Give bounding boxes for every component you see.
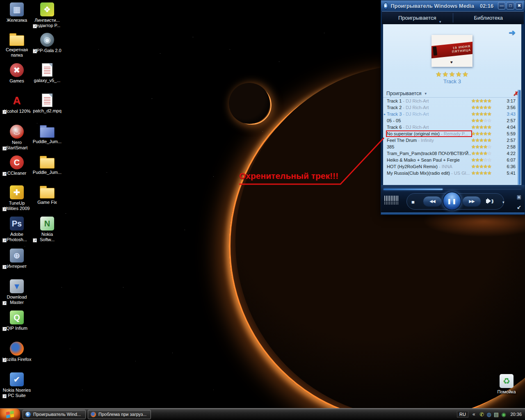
shortcut-arrow-icon: ↗	[33, 238, 37, 242]
track-rating-stars[interactable]: ★★★★★	[471, 98, 499, 104]
playlist-row[interactable]: No superstar (original mix) - Remady P..…	[383, 130, 521, 137]
playlist-row[interactable]: Track 1 - DJ Rich-Art★★★★★3:17	[383, 98, 521, 104]
star-icon: ★	[442, 71, 449, 78]
track-rating-stars[interactable]: ★★★★★	[471, 144, 499, 150]
playlist-row[interactable]: Feel The Drum - Infinity★★★★★2:57	[383, 137, 521, 144]
hidden-icons-chevron[interactable]: «	[472, 411, 475, 417]
document-tray-icon[interactable]: ▤	[494, 411, 499, 418]
playlist-row[interactable]: ▸Track 3 - DJ Rich-Art★★★★★3:43	[383, 111, 521, 117]
resize-handle[interactable]: ↙	[517, 204, 521, 210]
desktop-icon-nokia-nseries[interactable]: ✔↗Nokia Nseries PC Suite	[2, 372, 32, 398]
track-rating-stars[interactable]: ★★★★★	[471, 131, 499, 137]
desktop-icon-puddle-jum-yellow[interactable]: Puddle_Jum...	[32, 155, 62, 175]
star-icon: ★	[487, 98, 491, 104]
language-indicator[interactable]: RU	[457, 411, 468, 418]
desktop-icon-adobe-photoshop[interactable]: Ps↗Adobe Photosh...	[2, 217, 32, 242]
desktop-icon-game-fix[interactable]: Game Fix	[32, 185, 62, 205]
moon	[229, 83, 270, 124]
desktop-icon-puddle-jum-blue[interactable]: Puddle_Jum...	[32, 125, 62, 144]
playlist-dropdown-icon[interactable]: ▾	[425, 91, 427, 96]
desktop-icon-internet[interactable]: ⊕↗Интернет	[2, 249, 32, 269]
switch-skin-button[interactable]: ▣	[517, 194, 521, 200]
track-rating-stars[interactable]: ★★★★★	[471, 118, 499, 123]
desktop-icon-nokia-software[interactable]: N↗Nokia Softw...	[32, 217, 62, 242]
playlist-row[interactable]: My Russia(Club Mix)(radio edit) - US Gl.…	[383, 170, 521, 176]
track-rating-stars[interactable]: ★★★★★	[471, 151, 499, 156]
pause-button[interactable]: ❚❚	[443, 192, 461, 210]
globe-tray-icon[interactable]: ◍	[486, 411, 491, 418]
desktop-icon-mpp-gala[interactable]: ◉↗MPP-Gala 2.0	[32, 33, 62, 53]
desktop-icon-ccleaner[interactable]: C↗CCleaner	[2, 155, 32, 176]
track-rating-stars[interactable]: ★★★★★	[471, 137, 499, 143]
track-title: Track 6 - DJ Rich-Art	[387, 125, 471, 130]
desktop-icon-galaxy-doc[interactable]: galaxy_v5_...	[32, 63, 62, 83]
playlist-row[interactable]: HOT (Hy2RoGeN Remix) - INNA★★★★★6:36	[383, 163, 521, 170]
star-icon: ★	[487, 157, 491, 163]
stop-button[interactable]: ■	[411, 199, 415, 205]
previous-button[interactable]: ◀◀	[423, 196, 442, 207]
playlist: Track 1 - DJ Rich-Art★★★★★3:17Track 2 - …	[383, 98, 521, 176]
desktop-icon-mozilla-firefox[interactable]: ↗Mozilla Firefox	[2, 342, 32, 362]
star-icon: ★	[471, 157, 475, 163]
forward-arrow-icon[interactable]: ➔	[509, 27, 516, 37]
taskbar-clock[interactable]: 20:36	[510, 412, 522, 417]
taskbar-button-wmp[interactable]: ▶ Проигрыватель Wind...	[23, 410, 86, 419]
minimize-button[interactable]: —	[498, 2, 505, 9]
star-icon: ★	[479, 124, 484, 130]
starfield	[0, 0, 0, 0]
wmp-titlebar[interactable]: ▶ Проигрыватель Windows Media 02:16 — □ …	[381, 0, 525, 11]
track-duration: 3:56	[499, 105, 516, 110]
playlist-row[interactable]: Track 6 - DJ Rich-Art★★★★★4:04	[383, 124, 521, 130]
taskbar-button-firefox[interactable]: Проблема при загруз...	[88, 410, 151, 419]
desktop-icon-label: Помойка	[491, 389, 522, 395]
track-rating-stars[interactable]: ★★★★★	[471, 157, 499, 163]
star-icon: ★	[471, 164, 475, 169]
desktop-icon-nero-startsmart[interactable]: ♨↗Nero StartSmart	[2, 125, 32, 151]
desktop-icon-qip-infium[interactable]: Q↗QIP Infium	[2, 310, 32, 331]
playlist-row[interactable]: 385★★★★★2:58	[383, 144, 521, 150]
star-icon: ★	[487, 124, 491, 130]
track-rating-stars[interactable]: ★★★★★	[471, 164, 499, 169]
playlist-scrollbar[interactable]	[518, 90, 521, 185]
track-rating-stars[interactable]: ★★★★★	[471, 105, 499, 110]
maximize-button[interactable]: □	[507, 2, 514, 9]
volume-button[interactable]: ))	[486, 198, 493, 204]
desktop-icon-recycle-bin[interactable]: ♻Помойка	[491, 374, 522, 395]
star-icon: ★	[471, 151, 475, 156]
speaker-cone-icon	[487, 198, 491, 204]
nokia-tray-icon[interactable]: ◉	[501, 411, 506, 418]
playlist-row[interactable]: Heiko & Maiko + Sean Paul + Fergie★★★★★6…	[383, 157, 521, 163]
start-button[interactable]	[0, 409, 21, 420]
now-playing-stars[interactable]: ★★★★★	[383, 70, 521, 79]
close-button[interactable]: ✖	[516, 2, 523, 9]
playlist-row[interactable]: 05 - 05★★★★★2:57	[383, 117, 521, 124]
desktop-icon-secret-folder[interactable]: Секретная папка	[2, 33, 32, 58]
playlist-header-label[interactable]: Проигрывается	[386, 91, 421, 96]
desktop-icon-download-master[interactable]: ▼↗Download Master	[2, 279, 32, 305]
desktop-icon-lingvo-editor[interactable]: ❖↗Лингвисти... редактор Р...	[32, 2, 62, 28]
desktop-icon-alcohol-120[interactable]: A↗Alcohol 120%	[2, 94, 32, 114]
track-rating-stars[interactable]: ★★★★★	[471, 170, 499, 176]
phone-tray-icon[interactable]: ✆	[480, 411, 484, 418]
star-icon: ★	[479, 131, 484, 137]
mpp-gala-icon: ◉	[40, 33, 54, 47]
playlist-row[interactable]: Tram_Pam_Pam(track08 ПОЧУВСТВУЙ...★★★★★4…	[383, 150, 521, 157]
playlist-row[interactable]: Track 2 - DJ Rich-Art★★★★★3:56	[383, 104, 521, 111]
window-title: Проигрыватель Windows Media	[390, 3, 474, 9]
desktop-icon-games[interactable]: ✖Games	[2, 63, 32, 84]
tab-now-playing[interactable]: Проигрывается	[382, 11, 453, 24]
shortcut-arrow-icon: ↗	[33, 24, 37, 28]
scrollbar-thumb[interactable]	[518, 90, 520, 185]
patch-doc-document-icon	[42, 94, 52, 107]
track-rating-stars[interactable]: ★★★★★	[471, 111, 499, 117]
desktop-icon-patch-doc[interactable]: patch_d2.mpq	[32, 94, 62, 114]
next-button[interactable]: ▶▶	[462, 196, 481, 207]
seek-bar[interactable]	[383, 189, 521, 190]
desktop-icon-zhelezyaka[interactable]: ▦Железяка	[2, 2, 32, 23]
track-rating-stars[interactable]: ★★★★★	[471, 124, 499, 130]
volume-caret-icon[interactable]: ▾	[502, 200, 504, 204]
shortcut-arrow-icon: ↗	[2, 394, 7, 398]
desktop-icon-tuneup-2009[interactable]: ✚↗TuneUp Utilities 2009	[2, 185, 32, 211]
star-icon: ★	[483, 144, 487, 150]
tab-library[interactable]: Библиотека	[453, 11, 524, 24]
